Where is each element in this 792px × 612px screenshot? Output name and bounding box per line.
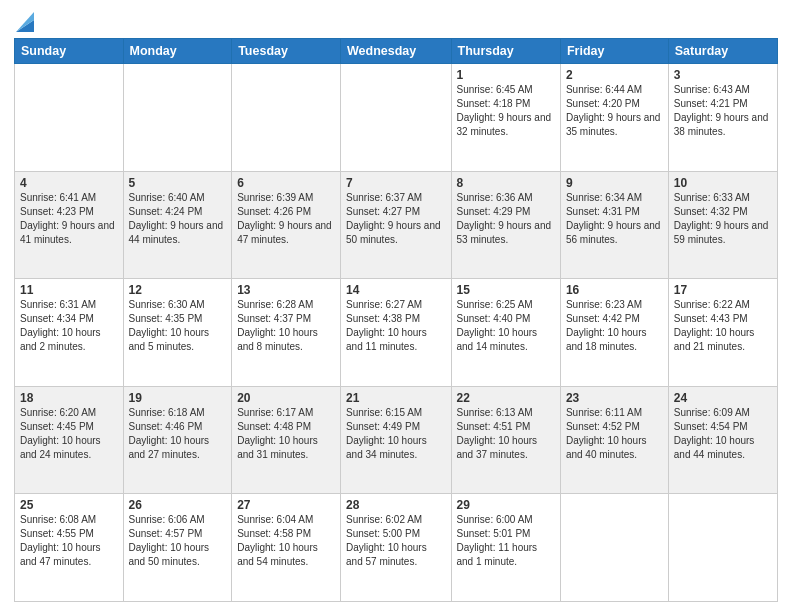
- calendar-cell: 14Sunrise: 6:27 AMSunset: 4:38 PMDayligh…: [341, 279, 451, 387]
- week-row-1: 4Sunrise: 6:41 AMSunset: 4:23 PMDaylight…: [15, 171, 778, 279]
- day-number: 13: [237, 283, 335, 297]
- day-info: Sunrise: 6:31 AMSunset: 4:34 PMDaylight:…: [20, 298, 118, 354]
- day-info: Sunrise: 6:11 AMSunset: 4:52 PMDaylight:…: [566, 406, 663, 462]
- week-row-0: 1Sunrise: 6:45 AMSunset: 4:18 PMDaylight…: [15, 64, 778, 172]
- calendar-cell: 2Sunrise: 6:44 AMSunset: 4:20 PMDaylight…: [560, 64, 668, 172]
- calendar-cell: 26Sunrise: 6:06 AMSunset: 4:57 PMDayligh…: [123, 494, 232, 602]
- day-number: 19: [129, 391, 227, 405]
- day-number: 28: [346, 498, 445, 512]
- calendar-cell: 7Sunrise: 6:37 AMSunset: 4:27 PMDaylight…: [341, 171, 451, 279]
- day-header-thursday: Thursday: [451, 39, 560, 64]
- calendar-cell: 21Sunrise: 6:15 AMSunset: 4:49 PMDayligh…: [341, 386, 451, 494]
- header-row: SundayMondayTuesdayWednesdayThursdayFrid…: [15, 39, 778, 64]
- calendar-cell: 22Sunrise: 6:13 AMSunset: 4:51 PMDayligh…: [451, 386, 560, 494]
- day-number: 23: [566, 391, 663, 405]
- day-number: 3: [674, 68, 772, 82]
- header: [14, 10, 778, 32]
- calendar-cell: 9Sunrise: 6:34 AMSunset: 4:31 PMDaylight…: [560, 171, 668, 279]
- day-number: 1: [457, 68, 555, 82]
- calendar-cell: 8Sunrise: 6:36 AMSunset: 4:29 PMDaylight…: [451, 171, 560, 279]
- day-info: Sunrise: 6:30 AMSunset: 4:35 PMDaylight:…: [129, 298, 227, 354]
- calendar-cell: 29Sunrise: 6:00 AMSunset: 5:01 PMDayligh…: [451, 494, 560, 602]
- day-info: Sunrise: 6:41 AMSunset: 4:23 PMDaylight:…: [20, 191, 118, 247]
- day-info: Sunrise: 6:04 AMSunset: 4:58 PMDaylight:…: [237, 513, 335, 569]
- day-info: Sunrise: 6:22 AMSunset: 4:43 PMDaylight:…: [674, 298, 772, 354]
- day-number: 16: [566, 283, 663, 297]
- calendar-cell: 4Sunrise: 6:41 AMSunset: 4:23 PMDaylight…: [15, 171, 124, 279]
- day-info: Sunrise: 6:09 AMSunset: 4:54 PMDaylight:…: [674, 406, 772, 462]
- day-info: Sunrise: 6:06 AMSunset: 4:57 PMDaylight:…: [129, 513, 227, 569]
- day-number: 2: [566, 68, 663, 82]
- day-number: 22: [457, 391, 555, 405]
- day-info: Sunrise: 6:45 AMSunset: 4:18 PMDaylight:…: [457, 83, 555, 139]
- day-number: 6: [237, 176, 335, 190]
- day-info: Sunrise: 6:27 AMSunset: 4:38 PMDaylight:…: [346, 298, 445, 354]
- calendar-cell: 19Sunrise: 6:18 AMSunset: 4:46 PMDayligh…: [123, 386, 232, 494]
- day-number: 20: [237, 391, 335, 405]
- calendar-cell: [15, 64, 124, 172]
- calendar-cell: [232, 64, 341, 172]
- day-number: 14: [346, 283, 445, 297]
- day-info: Sunrise: 6:37 AMSunset: 4:27 PMDaylight:…: [346, 191, 445, 247]
- day-info: Sunrise: 6:08 AMSunset: 4:55 PMDaylight:…: [20, 513, 118, 569]
- day-number: 7: [346, 176, 445, 190]
- day-info: Sunrise: 6:33 AMSunset: 4:32 PMDaylight:…: [674, 191, 772, 247]
- day-info: Sunrise: 6:23 AMSunset: 4:42 PMDaylight:…: [566, 298, 663, 354]
- day-number: 4: [20, 176, 118, 190]
- logo: [14, 14, 34, 32]
- day-number: 12: [129, 283, 227, 297]
- calendar-cell: 6Sunrise: 6:39 AMSunset: 4:26 PMDaylight…: [232, 171, 341, 279]
- day-number: 21: [346, 391, 445, 405]
- day-info: Sunrise: 6:36 AMSunset: 4:29 PMDaylight:…: [457, 191, 555, 247]
- day-number: 10: [674, 176, 772, 190]
- page: SundayMondayTuesdayWednesdayThursdayFrid…: [0, 0, 792, 612]
- week-row-2: 11Sunrise: 6:31 AMSunset: 4:34 PMDayligh…: [15, 279, 778, 387]
- day-header-monday: Monday: [123, 39, 232, 64]
- day-info: Sunrise: 6:00 AMSunset: 5:01 PMDaylight:…: [457, 513, 555, 569]
- day-info: Sunrise: 6:15 AMSunset: 4:49 PMDaylight:…: [346, 406, 445, 462]
- calendar-cell: 5Sunrise: 6:40 AMSunset: 4:24 PMDaylight…: [123, 171, 232, 279]
- day-number: 17: [674, 283, 772, 297]
- day-info: Sunrise: 6:20 AMSunset: 4:45 PMDaylight:…: [20, 406, 118, 462]
- day-info: Sunrise: 6:40 AMSunset: 4:24 PMDaylight:…: [129, 191, 227, 247]
- calendar-cell: 20Sunrise: 6:17 AMSunset: 4:48 PMDayligh…: [232, 386, 341, 494]
- week-row-4: 25Sunrise: 6:08 AMSunset: 4:55 PMDayligh…: [15, 494, 778, 602]
- calendar-cell: [560, 494, 668, 602]
- calendar-cell: 11Sunrise: 6:31 AMSunset: 4:34 PMDayligh…: [15, 279, 124, 387]
- calendar-cell: 17Sunrise: 6:22 AMSunset: 4:43 PMDayligh…: [668, 279, 777, 387]
- day-info: Sunrise: 6:43 AMSunset: 4:21 PMDaylight:…: [674, 83, 772, 139]
- day-header-wednesday: Wednesday: [341, 39, 451, 64]
- day-info: Sunrise: 6:13 AMSunset: 4:51 PMDaylight:…: [457, 406, 555, 462]
- day-number: 25: [20, 498, 118, 512]
- calendar-cell: 18Sunrise: 6:20 AMSunset: 4:45 PMDayligh…: [15, 386, 124, 494]
- calendar-cell: 27Sunrise: 6:04 AMSunset: 4:58 PMDayligh…: [232, 494, 341, 602]
- day-number: 9: [566, 176, 663, 190]
- day-info: Sunrise: 6:02 AMSunset: 5:00 PMDaylight:…: [346, 513, 445, 569]
- day-info: Sunrise: 6:25 AMSunset: 4:40 PMDaylight:…: [457, 298, 555, 354]
- week-row-3: 18Sunrise: 6:20 AMSunset: 4:45 PMDayligh…: [15, 386, 778, 494]
- day-header-tuesday: Tuesday: [232, 39, 341, 64]
- calendar-cell: 25Sunrise: 6:08 AMSunset: 4:55 PMDayligh…: [15, 494, 124, 602]
- day-number: 27: [237, 498, 335, 512]
- calendar-cell: 10Sunrise: 6:33 AMSunset: 4:32 PMDayligh…: [668, 171, 777, 279]
- day-header-sunday: Sunday: [15, 39, 124, 64]
- day-info: Sunrise: 6:34 AMSunset: 4:31 PMDaylight:…: [566, 191, 663, 247]
- calendar-cell: 24Sunrise: 6:09 AMSunset: 4:54 PMDayligh…: [668, 386, 777, 494]
- day-info: Sunrise: 6:18 AMSunset: 4:46 PMDaylight:…: [129, 406, 227, 462]
- day-number: 24: [674, 391, 772, 405]
- day-info: Sunrise: 6:17 AMSunset: 4:48 PMDaylight:…: [237, 406, 335, 462]
- calendar-cell: 13Sunrise: 6:28 AMSunset: 4:37 PMDayligh…: [232, 279, 341, 387]
- day-number: 11: [20, 283, 118, 297]
- calendar-cell: 3Sunrise: 6:43 AMSunset: 4:21 PMDaylight…: [668, 64, 777, 172]
- calendar-cell: [668, 494, 777, 602]
- day-number: 18: [20, 391, 118, 405]
- calendar-cell: 28Sunrise: 6:02 AMSunset: 5:00 PMDayligh…: [341, 494, 451, 602]
- day-number: 29: [457, 498, 555, 512]
- calendar-cell: 23Sunrise: 6:11 AMSunset: 4:52 PMDayligh…: [560, 386, 668, 494]
- day-header-friday: Friday: [560, 39, 668, 64]
- logo-icon: [16, 12, 34, 32]
- calendar-cell: 16Sunrise: 6:23 AMSunset: 4:42 PMDayligh…: [560, 279, 668, 387]
- day-number: 8: [457, 176, 555, 190]
- day-info: Sunrise: 6:39 AMSunset: 4:26 PMDaylight:…: [237, 191, 335, 247]
- day-number: 15: [457, 283, 555, 297]
